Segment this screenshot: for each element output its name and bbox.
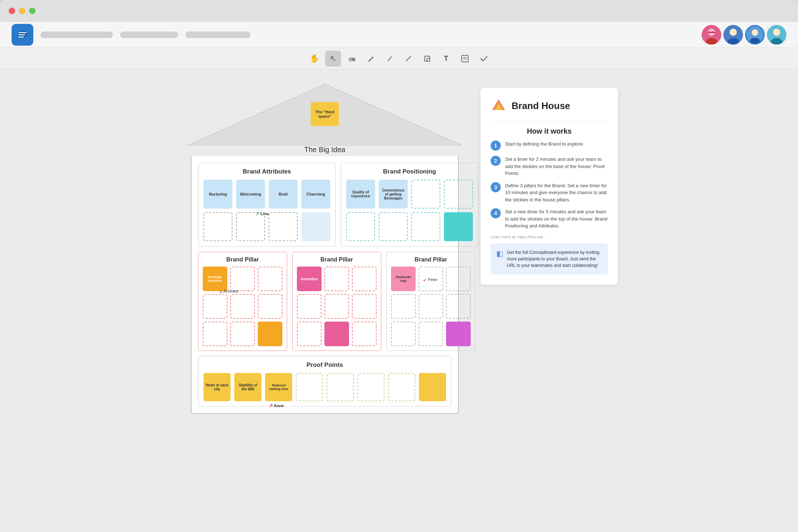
pillar3-title: Brand Pillar [391,256,471,263]
user-avatars [702,25,786,45]
pillar3-empty6[interactable] [391,322,416,346]
promo-box: ◧ Get the full Conceptboard experience b… [491,243,608,275]
sticky-empty-1[interactable] [203,212,232,241]
promo-icon: ◧ [496,249,503,258]
sticky-pos-empty3[interactable] [346,212,375,241]
sticky-convenience[interactable]: Convenience of getting Beverages [379,180,408,209]
pillar1-empty5[interactable] [258,294,282,319]
brand-pillar-2: Brand Pillar Amenities [292,252,381,351]
brand-house-icon [491,98,507,114]
proof-empty4[interactable] [388,373,415,401]
hand-tool[interactable]: ✋ [306,51,322,67]
pillar1-empty3[interactable] [203,294,227,319]
pillar3-empty7[interactable] [419,322,443,346]
sticky-amenities[interactable]: Amenities [297,267,322,291]
pillar3-empty4[interactable] [419,294,443,319]
brand-pos-row1: Quality of experience Convenience of get… [346,180,473,209]
house-body: Brand Attributes Nurturing Welcoming ↗ L… [191,156,459,414]
sticky-heart[interactable]: Heart of each city [203,373,231,401]
step-3: 3 Define 3 pillars for the Brand. Set a … [491,182,608,204]
pillar1-empty7[interactable] [230,322,255,346]
learn-more[interactable]: Learn more at: https://mur.mp... [491,235,608,239]
line-tool[interactable] [400,51,416,67]
avatar-user2 [723,25,743,45]
svg-rect-17 [427,58,430,61]
sticky-empty-2[interactable] [236,212,265,241]
nav-item-1[interactable] [41,32,113,38]
svg-point-8 [752,29,758,35]
pillar2-empty7[interactable] [352,322,377,346]
sticky-bold[interactable]: Bold [269,180,298,209]
cursor-peter: ↙ Peter [423,277,437,282]
sticky-cyan-filled[interactable] [444,212,473,241]
maximize-button[interactable] [29,8,35,14]
brand-positioning-section: Brand Positioning Quality of experience … [341,163,478,247]
pillar3-empty3[interactable] [391,294,416,319]
pillar1-title: Brand Pillar [203,256,282,263]
pillar2-empty2[interactable] [352,267,377,291]
sticky-charming[interactable]: Charming [301,180,330,209]
close-button[interactable] [9,8,15,14]
pillar1-empty1[interactable] [230,267,255,291]
sticky-orange-extra[interactable] [258,322,282,346]
eraser-tool[interactable] [344,51,360,67]
pillar2-empty1[interactable] [324,267,349,291]
pillar2-empty3[interactable] [297,294,322,319]
big-idea-sticky[interactable]: The "third space" [311,102,339,126]
step-num-4: 4 [491,208,501,218]
sticky-reduced[interactable]: Reduced waiting time ↗ Anne [265,373,292,401]
canvas-area[interactable]: The "third space" The Big Idea Brand Att… [0,70,798,532]
minimize-button[interactable] [19,8,25,14]
sticky-yellow-extra[interactable] [419,373,446,401]
shape-tool[interactable] [419,51,435,67]
pillar2-title: Brand Pillar [297,256,377,263]
brand-positioning-title: Brand Positioning [346,168,473,175]
how-it-works-title: How it works [491,127,608,135]
sticky-pos-empty4[interactable] [379,212,408,241]
sticky-tool[interactable] [457,51,473,67]
svg-rect-18 [462,55,468,62]
pillar3-empty5[interactable] [446,294,471,319]
proof-points-title: Proof Points [203,361,446,369]
nav-item-3[interactable] [185,32,251,38]
pillar2-empty6[interactable] [297,322,322,346]
cursor-achmed: ↘ Achmed [218,288,238,294]
navbar [0,22,798,48]
text-tool[interactable]: T [438,51,454,67]
marker-tool[interactable] [382,51,398,67]
pillar2-empty4[interactable] [324,294,349,319]
pen-tool[interactable] [363,51,379,67]
select-tool[interactable]: ↖ [325,51,341,67]
sticky-quality[interactable]: Quality of experience [346,180,375,209]
sticky-strategic[interactable]: Strategic locations [203,267,227,291]
sticky-pos-empty5[interactable] [411,212,440,241]
pillar2-grid: Amenities [297,267,377,346]
proof-empty1[interactable] [296,373,323,401]
pillar1-empty4[interactable] [230,294,255,319]
sticky-pink-extra[interactable] [324,322,349,346]
pillar1-empty6[interactable] [203,322,227,346]
pillar1-empty2[interactable] [258,267,282,291]
sticky-stability[interactable]: Stability of the Will [234,373,261,401]
avatar-user1 [702,25,721,45]
sticky-blue-extra[interactable] [301,212,330,241]
pillar2-empty5[interactable] [352,294,377,319]
roof-area: The "third space" [187,80,462,146]
app-logo[interactable] [12,24,33,46]
sticky-magenta[interactable] [446,322,471,346]
nav-item-2[interactable] [120,32,178,38]
sticky-pos-empty2[interactable] [444,180,473,209]
check-tool[interactable] [476,51,492,67]
sticky-nurturing[interactable]: Nurturing [203,180,232,209]
sticky-welcoming[interactable]: Welcoming ↗ Lina [236,180,265,209]
brand-pillar-1: Brand Pillar Strategic locations [198,252,287,351]
pillar3-empty2[interactable] [446,267,471,291]
sticky-starbucks[interactable]: Starbucks App [391,267,416,291]
svg-line-15 [406,56,411,61]
proof-empty3[interactable] [357,373,385,401]
brand-attributes-title: Brand Attributes [203,168,330,175]
proof-empty2[interactable] [327,373,354,401]
sticky-empty-3[interactable] [269,212,298,241]
promo-text: Get the full Conceptboard experience by … [507,249,602,269]
sticky-pos-empty1[interactable] [411,180,440,209]
